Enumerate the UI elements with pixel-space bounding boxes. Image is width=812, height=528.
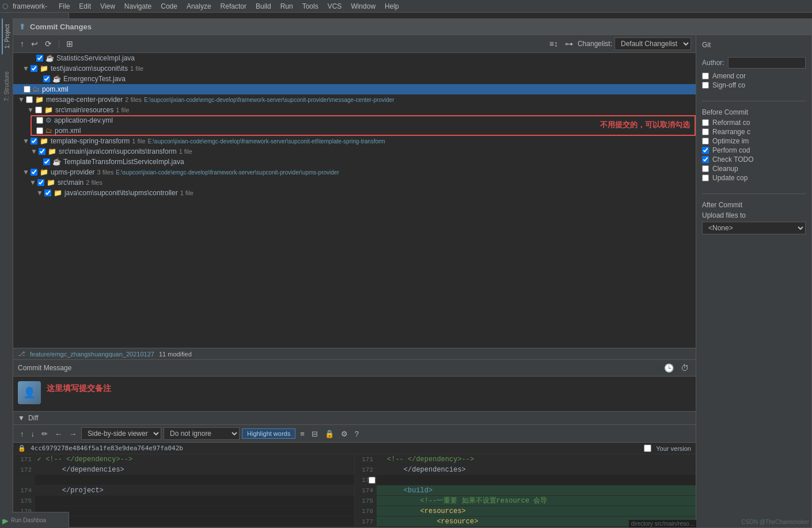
tree-item-template-spring[interactable]: ▼ 📁 template-spring-transform 1 file E:\… bbox=[13, 136, 696, 146]
changelist-select[interactable]: Default Changelist bbox=[614, 37, 691, 50]
rearrange-label: Rearrange c bbox=[712, 128, 750, 136]
folder-name-controller: java\com\supconit\its\upms\controller bbox=[64, 189, 178, 197]
group-button[interactable]: ⊶ bbox=[563, 38, 575, 50]
rearrange-checkbox[interactable] bbox=[702, 128, 709, 135]
diff-toolbar: ↑ ↓ ✏ ← → Side-by-side viewer Unified vi… bbox=[13, 425, 696, 443]
tree-item-message-center[interactable]: ▼ 📁 message-center-provider 2 files E:\s… bbox=[13, 94, 696, 105]
tree-item-emergency[interactable]: ☕ EmergencyTest.java bbox=[13, 74, 696, 84]
highlight-words-btn[interactable]: Highlight words bbox=[242, 428, 295, 439]
diff-next-btn[interactable]: ↓ bbox=[29, 428, 37, 439]
folder-name-src-main: src\main bbox=[58, 178, 84, 187]
sidebar-tab-structure[interactable]: 7: Structure bbox=[2, 66, 11, 107]
viewer-select[interactable]: Side-by-side viewer Unified viewer bbox=[81, 427, 161, 440]
checkbox-emergency[interactable] bbox=[43, 75, 50, 82]
checkbox-statistics[interactable] bbox=[36, 55, 43, 62]
checkbox-pom[interactable] bbox=[24, 86, 31, 93]
menu-edit[interactable]: Edit bbox=[74, 1, 96, 12]
rearrange-row: Rearrange c bbox=[702, 128, 806, 136]
menu-run[interactable]: Run bbox=[276, 1, 298, 12]
undo-button[interactable]: ↩ bbox=[29, 38, 40, 50]
diff-collapse-icon[interactable]: ▼ bbox=[18, 414, 25, 422]
checkbox-controller[interactable] bbox=[44, 189, 51, 196]
checkbox-transform[interactable] bbox=[39, 148, 45, 155]
tree-item-upms[interactable]: ▼ 📁 upms-provider 3 files E:\supcon\jixi… bbox=[13, 167, 696, 177]
menu-analyze[interactable]: Analyze bbox=[182, 1, 216, 12]
reformat-checkbox[interactable] bbox=[702, 119, 709, 126]
checkbox-pom-message[interactable] bbox=[36, 127, 43, 134]
cleanup-checkbox[interactable] bbox=[702, 165, 709, 172]
tree-item-application-yml[interactable]: ⚙ application-dev.yml bbox=[13, 115, 696, 126]
checkbox-template-impl[interactable] bbox=[43, 158, 50, 165]
xml-icon-2: 🗂 bbox=[45, 127, 52, 135]
diff-hash: 4cc6979278e4846f5a1fe83e9dea764e97fa042b bbox=[31, 445, 183, 452]
menu-file[interactable]: File bbox=[54, 1, 74, 12]
signoff-checkbox[interactable] bbox=[702, 82, 709, 89]
diff-edit-btn[interactable]: ✏ bbox=[39, 428, 50, 439]
author-input[interactable] bbox=[728, 57, 806, 69]
run-dashboard-label: Run Dashboa bbox=[11, 517, 46, 523]
menu-view[interactable]: View bbox=[96, 1, 120, 12]
check-todo-checkbox[interactable] bbox=[702, 156, 709, 163]
tree-item-src-main[interactable]: ▼ 📁 src\main 2 files bbox=[13, 177, 696, 188]
perform-checkbox[interactable] bbox=[702, 147, 709, 154]
checkbox-template-spring[interactable] bbox=[31, 138, 37, 145]
diff-left-btn[interactable]: ← bbox=[52, 428, 64, 439]
menu-vcs[interactable]: VCS bbox=[323, 1, 347, 12]
after-commit-section: After Commit Upload files to <None> bbox=[702, 201, 806, 234]
optimize-row: Optimize im bbox=[702, 137, 806, 145]
tree-item-statistics[interactable]: ☕ StatisticsServiceImpl.java bbox=[13, 53, 696, 63]
watermark: CSDN @TheChainsmoker bbox=[742, 519, 809, 525]
tree-item-resources[interactable]: ▼ 📁 src\main\resources 1 file bbox=[13, 105, 696, 115]
commit-message-text[interactable]: 这里填写提交备注 bbox=[47, 381, 691, 394]
tree-item-test-java[interactable]: ▼ 📁 test\java\com\supconit\its 1 file bbox=[13, 63, 696, 74]
menu-window[interactable]: Window bbox=[346, 1, 380, 12]
ignore-select[interactable]: Do not ignore Ignore whitespace bbox=[164, 427, 240, 440]
checkbox-test-java[interactable] bbox=[31, 65, 37, 72]
refresh-button[interactable]: ⟳ bbox=[43, 38, 54, 50]
before-commit-title: Before Commit bbox=[702, 108, 806, 116]
update-copy-checkbox[interactable] bbox=[702, 174, 709, 181]
your-version-label: Your version bbox=[656, 445, 691, 452]
menu-refactor[interactable]: Refactor bbox=[216, 1, 251, 12]
checkbox-upms[interactable] bbox=[31, 169, 37, 176]
tree-item-transform[interactable]: ▼ 📁 src\main\java\com\supconits\transfor… bbox=[13, 146, 696, 157]
checkbox-message-center[interactable] bbox=[26, 96, 33, 103]
diff-cols-btn[interactable]: ⊟ bbox=[309, 428, 320, 439]
diff-align-btn[interactable]: ≡ bbox=[298, 428, 307, 439]
amend-checkbox[interactable] bbox=[702, 73, 709, 79]
diff-lock-btn[interactable]: 🔒 bbox=[322, 428, 336, 439]
tree-item-template-impl[interactable]: ☕ TemplateTransformListServiceImpl.java bbox=[13, 157, 696, 167]
checkbox-src-main[interactable] bbox=[37, 179, 44, 186]
move-up-button[interactable]: ↑ bbox=[18, 38, 26, 50]
folder-name-template: template-spring-transform bbox=[51, 137, 130, 145]
folder-icon: 📁 bbox=[40, 64, 48, 73]
diff-checkbox[interactable] bbox=[644, 445, 651, 452]
menu-bar: ⬡ framework- File Edit View Navigate Cod… bbox=[0, 0, 812, 13]
tree-item-pom-selected[interactable]: 🗂 pom.xml bbox=[13, 84, 696, 94]
update-copy-row: Update cop bbox=[702, 174, 806, 182]
after-commit-select[interactable]: <None> bbox=[702, 222, 806, 234]
diff-prev-btn[interactable]: ↑ bbox=[18, 428, 26, 439]
after-commit-title: After Commit bbox=[702, 201, 806, 209]
tree-item-controller[interactable]: ▼ 📁 java\com\supconit\its\upms\controlle… bbox=[13, 188, 696, 198]
collapse-icon-2: ▼ bbox=[18, 96, 25, 104]
check-todo-row: Check TODO bbox=[702, 155, 806, 164]
commit-message-clock[interactable]: ⏱ bbox=[678, 362, 691, 374]
menu-help[interactable]: Help bbox=[380, 1, 404, 12]
diff-settings-btn[interactable]: ⚙ bbox=[339, 428, 350, 439]
sort-button[interactable]: ≡↕ bbox=[547, 38, 560, 50]
tree-item-pom-message[interactable]: 🗂 pom.xml bbox=[13, 126, 696, 136]
menu-build[interactable]: Build bbox=[251, 1, 276, 12]
menu-tools[interactable]: Tools bbox=[298, 1, 323, 12]
checkbox-application-yml[interactable] bbox=[36, 117, 43, 124]
diff-right-btn[interactable]: → bbox=[67, 428, 79, 439]
commit-message-history[interactable]: 🕒 bbox=[662, 362, 676, 374]
sidebar-tab-project[interactable]: 1: Project bbox=[2, 18, 12, 54]
menu-code[interactable]: Code bbox=[156, 1, 182, 12]
expand-button[interactable]: ⊞ bbox=[64, 38, 75, 50]
checkbox-resources[interactable] bbox=[35, 107, 42, 113]
menu-navigate[interactable]: Navigate bbox=[120, 1, 156, 12]
diff-line-173-checkbox[interactable] bbox=[369, 477, 375, 484]
optimize-checkbox[interactable] bbox=[702, 138, 709, 145]
diff-help-btn[interactable]: ? bbox=[352, 428, 361, 439]
